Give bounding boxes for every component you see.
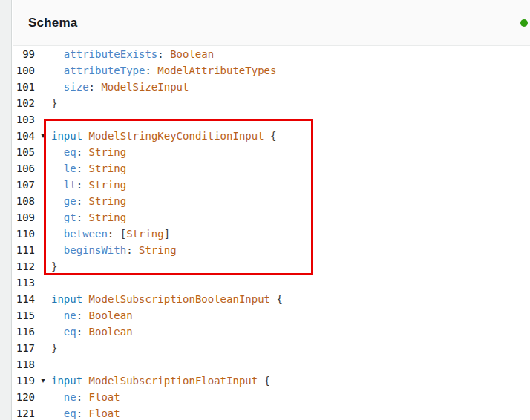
fold-gutter-spacer [35,193,51,209]
punctuation-token: ] [164,228,170,240]
code-text: } [51,340,57,356]
type-token: String [89,195,127,207]
punctuation-token: : [157,48,170,60]
code-text: input ModelSubscriptionFloatInput { [51,373,270,389]
line-number: 102 [13,95,35,111]
type-token: String [89,179,127,191]
fold-gutter-spacer [35,307,51,324]
fold-gutter-spacer [35,79,51,95]
code-text: size: ModelSizeInput [51,79,189,95]
type-token: String [126,228,164,240]
type-token: Boolean [89,326,133,338]
type-token: ModelAttributeTypes [157,65,276,76]
code-line[interactable]: 119▾input ModelSubscriptionFloatInput { [13,373,530,389]
code-line[interactable]: 102} [13,95,530,111]
code-line[interactable]: 115 ne: Boolean [13,307,530,324]
field-token: lt [51,179,76,191]
code-text: eq: String [51,144,126,160]
code-line[interactable]: 110 between: [String] [13,226,530,242]
fold-arrow-icon[interactable]: ▾ [35,128,51,144]
type-token: ModelStringKeyConditionInput [89,130,264,142]
code-text: eq: Boolean [51,324,133,340]
code-lines: 99 attributeExists: Boolean100 attribute… [13,46,530,420]
code-text: between: [String] [51,226,170,242]
code-line[interactable]: 106 le: String [13,160,530,177]
punctuation-token: : [76,211,89,223]
code-line[interactable]: 107 lt: String [13,177,530,193]
type-token: Boolean [170,48,214,60]
code-line[interactable]: 111 beginsWith: String [13,242,530,258]
line-number: 108 [13,193,35,209]
field-token: eq [51,146,76,158]
punctuation-token: : [76,309,89,321]
code-text: } [51,258,57,275]
line-number: 107 [13,177,35,193]
punctuation-token: : [89,81,102,93]
line-number: 112 [13,258,35,275]
line-number: 104 [13,128,35,144]
fold-arrow-icon[interactable]: ▾ [35,373,51,389]
field-token: eq [51,326,76,338]
fold-gutter-spacer [35,160,51,177]
keyword-token: input [51,293,82,305]
code-text: ne: Boolean [51,307,133,324]
line-number: 106 [13,160,35,177]
code-line[interactable]: 117} [13,340,530,356]
code-line[interactable]: 120 ne: Float [13,389,530,405]
field-token: le [51,163,76,174]
punctuation-token: : [76,146,89,158]
code-line[interactable]: 109 gt: String [13,209,530,226]
punctuation-token: : [76,391,89,403]
code-text: } [51,95,57,111]
code-line[interactable]: 113 [13,275,530,291]
punctuation-token: { [264,130,277,142]
code-line[interactable]: 121 eq: Float [13,405,530,420]
code-line[interactable]: 100 attributeType: ModelAttributeTypes [13,62,530,79]
collapsed-panel-edge[interactable] [0,0,12,420]
schema-code-editor[interactable]: 99 attributeExists: Boolean100 attribute… [13,46,530,420]
code-line[interactable]: 118 [13,356,530,373]
code-line[interactable]: 104▾input ModelStringKeyConditionInput { [13,128,530,144]
punctuation-token: { [270,293,283,305]
line-number: 99 [13,46,35,62]
punctuation-token: : [ [108,228,126,240]
punctuation-token: : [76,195,89,207]
field-token: ne [51,309,76,321]
fold-gutter-spacer [35,324,51,340]
code-line[interactable]: 103 [13,111,530,128]
line-number: 113 [13,275,35,291]
line-number: 121 [13,405,35,420]
code-line[interactable]: 99 attributeExists: Boolean [13,46,530,62]
code-line[interactable]: 101 size: ModelSizeInput [13,79,530,95]
line-number: 120 [13,389,35,405]
code-line[interactable]: 116 eq: Boolean [13,324,530,340]
page-title: Schema [28,16,77,30]
type-token: Boolean [89,309,133,321]
code-text: attributeType: ModelAttributeTypes [51,62,276,79]
line-number: 109 [13,209,35,226]
line-number: 111 [13,242,35,258]
punctuation-token: : [76,163,89,174]
code-text: ge: String [51,193,126,209]
punctuation-token: : [126,244,139,256]
fold-gutter-spacer [35,405,51,420]
code-text: ne: Float [51,389,120,405]
code-text: beginsWith: String [51,242,177,258]
field-token: ge [51,195,76,207]
punctuation-token: { [258,375,270,387]
line-number: 110 [13,226,35,242]
line-number: 100 [13,62,35,79]
field-token: eq [51,407,76,419]
fold-gutter-spacer [35,111,51,128]
field-token: ne [51,391,76,403]
fold-gutter-spacer [35,258,51,275]
field-token: size [51,81,89,93]
fold-gutter-spacer [35,226,51,242]
field-token: gt [51,211,76,223]
line-number: 116 [13,324,35,340]
code-line[interactable]: 108 ge: String [13,193,530,209]
code-line[interactable]: 112} [13,258,530,275]
fold-gutter-spacer [35,291,51,307]
code-line[interactable]: 105 eq: String [13,144,530,160]
code-line[interactable]: 114input ModelSubscriptionBooleanInput { [13,291,530,307]
